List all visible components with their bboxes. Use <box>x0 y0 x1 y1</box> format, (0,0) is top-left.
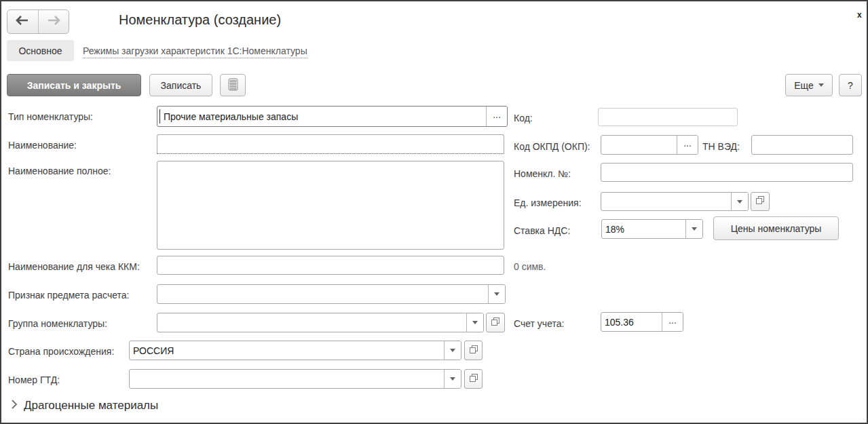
nomen-no-label: Номенкл. №: <box>514 168 571 179</box>
code-input[interactable] <box>598 108 738 126</box>
country-dropdown-button[interactable] <box>444 341 461 360</box>
open-icon <box>469 373 478 385</box>
nav-history-group <box>7 9 69 34</box>
group-open-button[interactable] <box>486 313 505 332</box>
save-label: Записать <box>161 80 202 91</box>
open-icon <box>491 317 500 329</box>
full-name-textarea[interactable] <box>157 161 504 250</box>
country-open-button[interactable] <box>464 341 483 360</box>
calc-subject-dropdown-button[interactable] <box>488 285 505 303</box>
vat-input[interactable] <box>602 220 685 238</box>
okpd-input[interactable] <box>601 136 677 154</box>
page-title: Номенклатура (создание) <box>119 12 281 28</box>
help-label: ? <box>848 80 853 91</box>
kkm-name-label: Наименование для чека ККМ: <box>8 261 140 272</box>
chevron-down-icon <box>450 377 455 381</box>
unit-dropdown-button[interactable] <box>731 193 748 210</box>
nomenclature-prices-label: Цены номенклатуры <box>731 223 822 234</box>
country-input[interactable] <box>130 341 444 360</box>
kkm-name-input[interactable] <box>157 256 504 275</box>
help-button[interactable]: ? <box>839 74 862 96</box>
account-label: Счет учета: <box>514 318 564 329</box>
type-picker-button[interactable]: ... <box>486 107 507 126</box>
open-icon <box>755 195 765 208</box>
okpd-label: Код ОКПД (ОКП): <box>514 141 590 152</box>
stack-icon <box>228 78 238 93</box>
unit-open-button[interactable] <box>751 192 770 211</box>
arrow-left-icon <box>16 16 29 28</box>
more-label: Еще <box>794 80 814 91</box>
gtd-field <box>129 369 461 389</box>
vat-label: Ставка НДС: <box>514 225 570 236</box>
arrow-right-icon <box>47 16 60 28</box>
calc-subject-label: Признак предмета расчета: <box>8 290 129 301</box>
nomenclature-prices-button[interactable]: Цены номенклатуры <box>713 216 839 240</box>
vat-field <box>601 219 703 239</box>
okpd-picker-button[interactable]: ... <box>677 136 698 154</box>
account-field: ... <box>601 312 683 332</box>
open-icon <box>469 345 478 357</box>
chevron-down-icon <box>818 83 824 87</box>
kkm-char-count: 0 симв. <box>514 261 546 272</box>
country-label: Страна происхождения: <box>8 346 114 357</box>
tnved-label: ТН ВЭД: <box>702 141 740 152</box>
country-field <box>129 341 461 360</box>
group-dropdown-button[interactable] <box>466 313 483 332</box>
nomen-no-input[interactable] <box>601 163 853 182</box>
account-input[interactable] <box>601 313 662 331</box>
name-label: Наименование: <box>8 140 77 151</box>
unit-input[interactable] <box>601 193 731 210</box>
gtd-label: Номер ГТД: <box>8 374 60 385</box>
group-input[interactable] <box>157 313 466 332</box>
type-label: Тип номенклатуры: <box>8 111 93 122</box>
type-input[interactable] <box>160 107 486 126</box>
chevron-down-icon <box>737 200 742 204</box>
vat-dropdown-button[interactable] <box>685 220 702 238</box>
type-field: ... <box>157 106 508 127</box>
group-field <box>157 313 484 332</box>
okpd-field: ... <box>601 135 698 155</box>
gtd-dropdown-button[interactable] <box>444 370 461 388</box>
save-and-close-button[interactable]: Записать и закрыть <box>7 74 141 96</box>
close-icon[interactable]: x <box>857 11 862 19</box>
section-precious-materials[interactable]: Драгоценные материалы <box>11 399 158 412</box>
unit-label: Ед. измерения: <box>514 197 582 208</box>
gtd-open-button[interactable] <box>464 369 483 389</box>
tnved-input[interactable] <box>751 135 853 155</box>
show-in-list-button[interactable] <box>220 74 246 96</box>
save-button[interactable]: Записать <box>149 74 212 96</box>
link-load-modes[interactable]: Режимы загрузки характеристик 1С:Номенкл… <box>83 45 307 58</box>
calc-subject-field <box>157 284 506 304</box>
more-button[interactable]: Еще <box>785 74 833 96</box>
chevron-down-icon <box>472 321 478 324</box>
ellipsis-icon: ... <box>493 111 501 118</box>
account-picker-button[interactable]: ... <box>662 313 683 331</box>
calc-subject-input[interactable] <box>157 285 488 303</box>
code-label: Код: <box>514 113 533 123</box>
ellipsis-icon: ... <box>683 140 692 147</box>
tab-main[interactable]: Основное <box>7 40 74 61</box>
chevron-down-icon <box>692 227 697 231</box>
back-button[interactable] <box>7 10 38 33</box>
section-precious-label: Драгоценные материалы <box>24 399 158 412</box>
chevron-down-icon <box>494 292 499 296</box>
full-name-label: Наименование полное: <box>8 166 111 176</box>
chevron-right-icon <box>11 399 18 412</box>
name-input[interactable] <box>157 134 504 154</box>
group-label: Группа номенклатуры: <box>8 318 107 329</box>
nomenclature-form-window: Номенклатура (создание) x Основное Режим… <box>0 0 868 424</box>
forward-button[interactable] <box>38 10 69 33</box>
unit-field <box>601 192 749 211</box>
gtd-input[interactable] <box>130 370 444 388</box>
save-and-close-label: Записать и закрыть <box>27 80 121 91</box>
chevron-down-icon <box>450 349 455 352</box>
ellipsis-icon: ... <box>668 317 677 324</box>
